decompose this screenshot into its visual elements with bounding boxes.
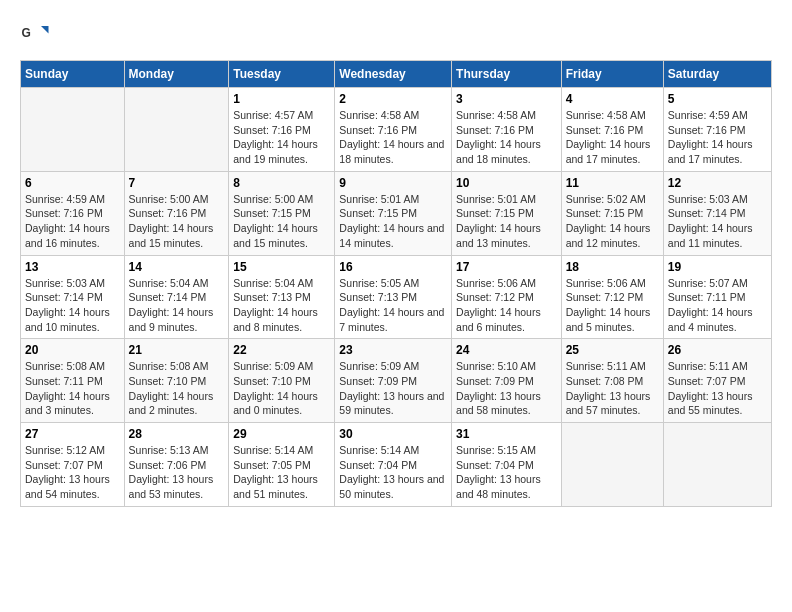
day-number: 1 <box>233 92 330 106</box>
svg-text:G: G <box>22 26 31 40</box>
calendar-cell: 19Sunrise: 5:07 AM Sunset: 7:11 PM Dayli… <box>663 255 771 339</box>
calendar-cell: 3Sunrise: 4:58 AM Sunset: 7:16 PM Daylig… <box>452 88 562 172</box>
calendar-cell: 31Sunrise: 5:15 AM Sunset: 7:04 PM Dayli… <box>452 423 562 507</box>
calendar-cell: 29Sunrise: 5:14 AM Sunset: 7:05 PM Dayli… <box>229 423 335 507</box>
calendar-cell: 8Sunrise: 5:00 AM Sunset: 7:15 PM Daylig… <box>229 171 335 255</box>
day-info: Sunrise: 5:06 AM Sunset: 7:12 PM Dayligh… <box>566 276 659 335</box>
day-info: Sunrise: 5:05 AM Sunset: 7:13 PM Dayligh… <box>339 276 447 335</box>
day-number: 13 <box>25 260 120 274</box>
day-number: 14 <box>129 260 225 274</box>
calendar-week-row: 1Sunrise: 4:57 AM Sunset: 7:16 PM Daylig… <box>21 88 772 172</box>
day-number: 31 <box>456 427 557 441</box>
calendar-week-row: 20Sunrise: 5:08 AM Sunset: 7:11 PM Dayli… <box>21 339 772 423</box>
calendar-header-row: SundayMondayTuesdayWednesdayThursdayFrid… <box>21 61 772 88</box>
calendar-cell: 26Sunrise: 5:11 AM Sunset: 7:07 PM Dayli… <box>663 339 771 423</box>
day-info: Sunrise: 5:03 AM Sunset: 7:14 PM Dayligh… <box>25 276 120 335</box>
day-of-week-header: Wednesday <box>335 61 452 88</box>
day-number: 22 <box>233 343 330 357</box>
day-info: Sunrise: 5:12 AM Sunset: 7:07 PM Dayligh… <box>25 443 120 502</box>
day-of-week-header: Saturday <box>663 61 771 88</box>
day-info: Sunrise: 4:58 AM Sunset: 7:16 PM Dayligh… <box>339 108 447 167</box>
calendar-cell: 30Sunrise: 5:14 AM Sunset: 7:04 PM Dayli… <box>335 423 452 507</box>
calendar-week-row: 13Sunrise: 5:03 AM Sunset: 7:14 PM Dayli… <box>21 255 772 339</box>
calendar-cell: 7Sunrise: 5:00 AM Sunset: 7:16 PM Daylig… <box>124 171 229 255</box>
day-number: 26 <box>668 343 767 357</box>
calendar-cell: 12Sunrise: 5:03 AM Sunset: 7:14 PM Dayli… <box>663 171 771 255</box>
calendar-cell: 4Sunrise: 4:58 AM Sunset: 7:16 PM Daylig… <box>561 88 663 172</box>
day-number: 16 <box>339 260 447 274</box>
day-info: Sunrise: 4:57 AM Sunset: 7:16 PM Dayligh… <box>233 108 330 167</box>
calendar-cell: 10Sunrise: 5:01 AM Sunset: 7:15 PM Dayli… <box>452 171 562 255</box>
calendar-cell: 27Sunrise: 5:12 AM Sunset: 7:07 PM Dayli… <box>21 423 125 507</box>
day-info: Sunrise: 5:02 AM Sunset: 7:15 PM Dayligh… <box>566 192 659 251</box>
day-info: Sunrise: 5:11 AM Sunset: 7:08 PM Dayligh… <box>566 359 659 418</box>
calendar-cell <box>663 423 771 507</box>
day-of-week-header: Sunday <box>21 61 125 88</box>
calendar-cell: 1Sunrise: 4:57 AM Sunset: 7:16 PM Daylig… <box>229 88 335 172</box>
day-of-week-header: Thursday <box>452 61 562 88</box>
day-info: Sunrise: 5:14 AM Sunset: 7:04 PM Dayligh… <box>339 443 447 502</box>
calendar-cell: 17Sunrise: 5:06 AM Sunset: 7:12 PM Dayli… <box>452 255 562 339</box>
calendar-cell: 11Sunrise: 5:02 AM Sunset: 7:15 PM Dayli… <box>561 171 663 255</box>
day-of-week-header: Tuesday <box>229 61 335 88</box>
calendar-cell: 20Sunrise: 5:08 AM Sunset: 7:11 PM Dayli… <box>21 339 125 423</box>
day-number: 5 <box>668 92 767 106</box>
calendar-table: SundayMondayTuesdayWednesdayThursdayFrid… <box>20 60 772 507</box>
day-info: Sunrise: 5:04 AM Sunset: 7:14 PM Dayligh… <box>129 276 225 335</box>
day-number: 24 <box>456 343 557 357</box>
day-info: Sunrise: 4:59 AM Sunset: 7:16 PM Dayligh… <box>25 192 120 251</box>
calendar-week-row: 27Sunrise: 5:12 AM Sunset: 7:07 PM Dayli… <box>21 423 772 507</box>
day-number: 11 <box>566 176 659 190</box>
day-number: 21 <box>129 343 225 357</box>
day-info: Sunrise: 5:03 AM Sunset: 7:14 PM Dayligh… <box>668 192 767 251</box>
day-number: 7 <box>129 176 225 190</box>
calendar-cell: 6Sunrise: 4:59 AM Sunset: 7:16 PM Daylig… <box>21 171 125 255</box>
calendar-week-row: 6Sunrise: 4:59 AM Sunset: 7:16 PM Daylig… <box>21 171 772 255</box>
calendar-cell: 22Sunrise: 5:09 AM Sunset: 7:10 PM Dayli… <box>229 339 335 423</box>
day-info: Sunrise: 5:15 AM Sunset: 7:04 PM Dayligh… <box>456 443 557 502</box>
day-of-week-header: Monday <box>124 61 229 88</box>
calendar-cell: 23Sunrise: 5:09 AM Sunset: 7:09 PM Dayli… <box>335 339 452 423</box>
day-number: 17 <box>456 260 557 274</box>
logo: G <box>20 20 54 50</box>
day-info: Sunrise: 5:09 AM Sunset: 7:09 PM Dayligh… <box>339 359 447 418</box>
day-info: Sunrise: 5:00 AM Sunset: 7:15 PM Dayligh… <box>233 192 330 251</box>
day-info: Sunrise: 5:14 AM Sunset: 7:05 PM Dayligh… <box>233 443 330 502</box>
page-header: G <box>20 20 772 50</box>
calendar-cell: 16Sunrise: 5:05 AM Sunset: 7:13 PM Dayli… <box>335 255 452 339</box>
day-info: Sunrise: 5:08 AM Sunset: 7:10 PM Dayligh… <box>129 359 225 418</box>
day-number: 2 <box>339 92 447 106</box>
calendar-cell <box>21 88 125 172</box>
day-info: Sunrise: 5:10 AM Sunset: 7:09 PM Dayligh… <box>456 359 557 418</box>
day-info: Sunrise: 5:13 AM Sunset: 7:06 PM Dayligh… <box>129 443 225 502</box>
day-number: 19 <box>668 260 767 274</box>
day-info: Sunrise: 4:58 AM Sunset: 7:16 PM Dayligh… <box>456 108 557 167</box>
svg-marker-1 <box>41 26 49 34</box>
calendar-cell: 5Sunrise: 4:59 AM Sunset: 7:16 PM Daylig… <box>663 88 771 172</box>
day-info: Sunrise: 5:07 AM Sunset: 7:11 PM Dayligh… <box>668 276 767 335</box>
day-number: 27 <box>25 427 120 441</box>
day-number: 30 <box>339 427 447 441</box>
day-number: 9 <box>339 176 447 190</box>
day-number: 15 <box>233 260 330 274</box>
day-number: 8 <box>233 176 330 190</box>
calendar-cell: 13Sunrise: 5:03 AM Sunset: 7:14 PM Dayli… <box>21 255 125 339</box>
logo-icon: G <box>20 20 50 50</box>
day-info: Sunrise: 5:09 AM Sunset: 7:10 PM Dayligh… <box>233 359 330 418</box>
day-number: 25 <box>566 343 659 357</box>
calendar-cell: 15Sunrise: 5:04 AM Sunset: 7:13 PM Dayli… <box>229 255 335 339</box>
day-info: Sunrise: 5:06 AM Sunset: 7:12 PM Dayligh… <box>456 276 557 335</box>
day-number: 4 <box>566 92 659 106</box>
day-number: 10 <box>456 176 557 190</box>
calendar-cell: 21Sunrise: 5:08 AM Sunset: 7:10 PM Dayli… <box>124 339 229 423</box>
calendar-cell <box>124 88 229 172</box>
calendar-cell: 14Sunrise: 5:04 AM Sunset: 7:14 PM Dayli… <box>124 255 229 339</box>
day-info: Sunrise: 5:04 AM Sunset: 7:13 PM Dayligh… <box>233 276 330 335</box>
calendar-cell: 18Sunrise: 5:06 AM Sunset: 7:12 PM Dayli… <box>561 255 663 339</box>
day-info: Sunrise: 4:59 AM Sunset: 7:16 PM Dayligh… <box>668 108 767 167</box>
day-info: Sunrise: 5:11 AM Sunset: 7:07 PM Dayligh… <box>668 359 767 418</box>
day-number: 12 <box>668 176 767 190</box>
calendar-cell: 28Sunrise: 5:13 AM Sunset: 7:06 PM Dayli… <box>124 423 229 507</box>
day-number: 3 <box>456 92 557 106</box>
day-number: 6 <box>25 176 120 190</box>
